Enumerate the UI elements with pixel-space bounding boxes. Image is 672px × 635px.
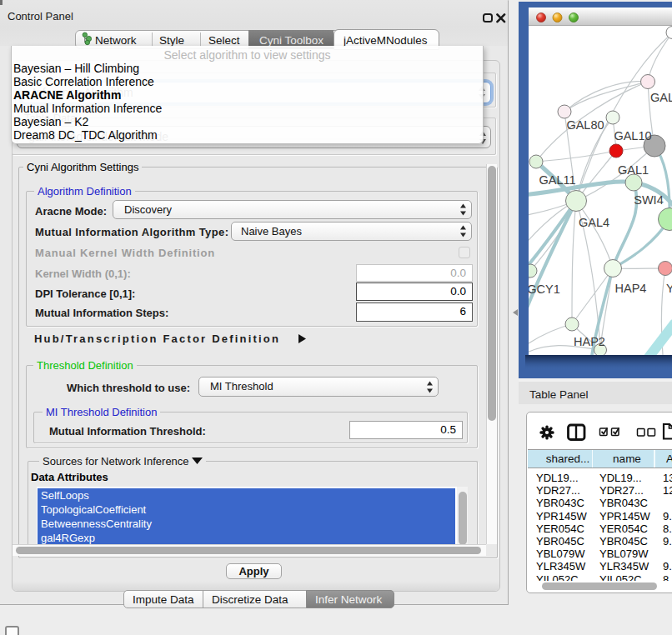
svg-text:GAL4: GAL4: [579, 216, 609, 229]
svg-text:SWI4: SWI4: [634, 193, 663, 207]
svg-text:HAP4: HAP4: [615, 282, 647, 295]
svg-text:GAL1: GAL1: [618, 163, 649, 177]
svg-text:HAP2: HAP2: [574, 335, 605, 348]
svg-text:GAL10: GAL10: [614, 129, 651, 142]
svg-text:YJ: YJ: [666, 282, 672, 295]
svg-text:GAL11: GAL11: [539, 173, 575, 187]
svg-text:GCY1: GCY1: [527, 282, 560, 296]
svg-text:GAL80: GAL80: [566, 118, 604, 132]
svg-text:GAL7: GAL7: [650, 91, 672, 104]
